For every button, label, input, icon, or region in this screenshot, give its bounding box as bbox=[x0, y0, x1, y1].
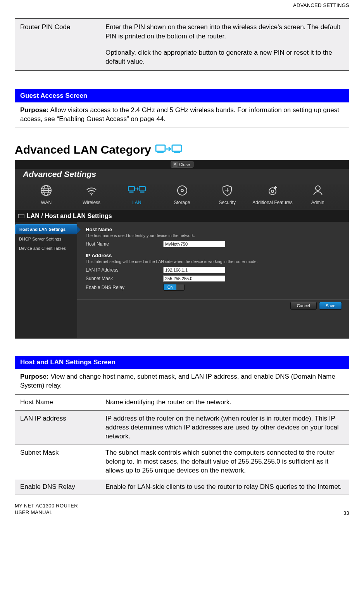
dnsrelay-toggle[interactable]: On bbox=[163, 284, 185, 291]
main-panel: Host Name The host name is used to ident… bbox=[77, 222, 349, 338]
cat-wan-label: WAN bbox=[41, 200, 52, 205]
host-lan-body: Purpose: View and change host name, subn… bbox=[15, 369, 349, 395]
desc-val: IP address of the router on the network … bbox=[100, 410, 349, 445]
lan-icon bbox=[155, 143, 182, 157]
footer-line1: MY NET AC1300 ROUTER bbox=[15, 503, 78, 509]
host-lan-banner: Host and LAN Settings Screen bbox=[15, 356, 349, 369]
dnsrelay-label: Enable DNS Relay bbox=[86, 285, 163, 290]
close-button[interactable]: ✕ Close bbox=[171, 161, 193, 168]
desc-key: Host Name bbox=[15, 395, 100, 410]
svg-rect-2 bbox=[172, 145, 181, 151]
router-pin-desc-p1: Enter the PIN shown on the screen into t… bbox=[105, 23, 344, 41]
subnet-label: Subnet Mask bbox=[86, 276, 163, 281]
toggle-off bbox=[176, 284, 184, 290]
purpose-text-2: View and change host name, subnet mask, … bbox=[20, 373, 335, 389]
cancel-button[interactable]: Cancel bbox=[290, 302, 317, 310]
svg-point-9 bbox=[91, 194, 92, 196]
svg-point-22 bbox=[316, 186, 320, 190]
cat-wireless-label: Wireless bbox=[83, 200, 100, 205]
close-bar: ✕ Close bbox=[15, 160, 349, 169]
person-icon bbox=[311, 184, 325, 197]
page-footer: MY NET AC1300 ROUTER USER MANUAL 33 bbox=[15, 503, 349, 516]
cat-storage[interactable]: Storage bbox=[159, 184, 205, 206]
lanip-label: LAN IP Address bbox=[86, 267, 163, 273]
running-header: ADVANCED SETTINGS bbox=[15, 2, 349, 8]
section-heading: Advanced LAN Category bbox=[15, 143, 349, 157]
desc-table: Host Name Name identifying the router on… bbox=[15, 395, 349, 495]
section-heading-text: Advanced LAN Category bbox=[15, 143, 151, 156]
cat-wan[interactable]: WAN bbox=[24, 184, 69, 206]
svg-point-15 bbox=[181, 189, 183, 192]
hostname-label: Host Name bbox=[86, 241, 163, 247]
close-icon: ✕ bbox=[173, 162, 178, 167]
sidebar-item-dhcp[interactable]: DHCP Server Settings bbox=[15, 234, 77, 244]
purpose-text: Allow visitors access to the 2.4 GHz and… bbox=[20, 106, 339, 123]
cat-additional[interactable]: Additional Features bbox=[250, 184, 295, 206]
sidebar-item-host-lan[interactable]: Host and LAN Settings bbox=[15, 224, 77, 234]
router-pin-desc: Enter the PIN shown on the screen into t… bbox=[100, 19, 349, 71]
svg-point-18 bbox=[269, 188, 276, 195]
hostname-input[interactable] bbox=[163, 241, 225, 247]
desc-val: The subnet mask controls which subnet th… bbox=[100, 445, 349, 479]
close-label: Close bbox=[179, 162, 190, 167]
cat-additional-label: Additional Features bbox=[252, 200, 292, 205]
lan-small-icon bbox=[127, 184, 147, 197]
wifi-icon bbox=[85, 184, 98, 197]
router-pin-label: Router PIN Code bbox=[15, 19, 100, 71]
toggle-on: On bbox=[164, 284, 176, 290]
storage-icon bbox=[175, 184, 189, 197]
table-row: Subnet Mask The subnet mask controls whi… bbox=[15, 445, 349, 479]
table-row: LAN IP address IP address of the router … bbox=[15, 410, 349, 445]
purpose-label-2: Purpose: bbox=[20, 373, 49, 380]
group-ip-title: IP Address bbox=[86, 253, 342, 258]
sidebar: Host and LAN Settings DHCP Server Settin… bbox=[15, 222, 77, 338]
desc-key: Enable DNS Relay bbox=[15, 479, 100, 495]
table-row: Host Name Name identifying the router on… bbox=[15, 395, 349, 410]
sidebar-item-device-client[interactable]: Device and Client Tables bbox=[15, 244, 77, 253]
router-pin-desc-p2: Optionally, click the appropriate button… bbox=[105, 48, 344, 67]
lanip-input[interactable] bbox=[163, 267, 225, 273]
cat-wireless[interactable]: Wireless bbox=[69, 184, 114, 206]
table-row: Enable DNS Relay Enable for LAN-side cli… bbox=[15, 479, 349, 495]
group-ip-hint: This Internet setting will be used in th… bbox=[86, 259, 342, 264]
svg-rect-1 bbox=[157, 152, 164, 153]
cat-lan-label: LAN bbox=[132, 200, 141, 205]
cat-admin[interactable]: Admin bbox=[295, 184, 340, 206]
cat-lan[interactable]: LAN bbox=[114, 184, 159, 206]
svg-rect-12 bbox=[139, 187, 145, 191]
svg-rect-13 bbox=[140, 192, 144, 192]
page-number: 33 bbox=[343, 510, 349, 516]
category-nav: WAN Wireless LAN Storage bbox=[15, 184, 349, 210]
svg-rect-0 bbox=[156, 145, 165, 151]
footer-line2: USER MANUAL bbox=[15, 509, 78, 516]
subnet-input[interactable] bbox=[163, 275, 225, 282]
panel-title: Advanced Settings bbox=[15, 169, 349, 184]
svg-rect-11 bbox=[129, 192, 133, 192]
group-hostname-title: Host Name bbox=[86, 227, 342, 232]
cat-admin-label: Admin bbox=[311, 200, 324, 205]
svg-point-14 bbox=[178, 186, 187, 195]
router-ui-screenshot: ✕ Close Advanced Settings WAN Wireless bbox=[15, 160, 349, 339]
svg-rect-10 bbox=[128, 187, 135, 191]
cat-storage-label: Storage bbox=[174, 200, 190, 205]
lan-subheading: LAN / Host and LAN Settings bbox=[15, 210, 349, 222]
gear-plus-icon bbox=[266, 184, 279, 197]
group-hostname-hint: The host name is used to identify your d… bbox=[86, 233, 342, 238]
svg-point-19 bbox=[271, 190, 274, 192]
shield-icon bbox=[220, 184, 234, 197]
guest-access-banner: Guest Access Screen bbox=[15, 89, 349, 102]
desc-key: Subnet Mask bbox=[15, 445, 100, 479]
cat-security[interactable]: Security bbox=[205, 184, 250, 206]
cat-security-label: Security bbox=[219, 200, 236, 205]
purpose-label: Purpose: bbox=[20, 106, 49, 114]
desc-key: LAN IP address bbox=[15, 410, 100, 445]
globe-icon bbox=[39, 184, 53, 197]
desc-val: Name identifying the router on the netwo… bbox=[100, 395, 349, 410]
desc-val: Enable for LAN-side clients to use the r… bbox=[100, 479, 349, 495]
router-pin-table: Router PIN Code Enter the PIN shown on t… bbox=[15, 18, 349, 71]
svg-rect-3 bbox=[174, 152, 180, 153]
guest-access-body: Purpose: Allow visitors access to the 2.… bbox=[15, 102, 349, 128]
save-button[interactable]: Save bbox=[319, 302, 342, 310]
